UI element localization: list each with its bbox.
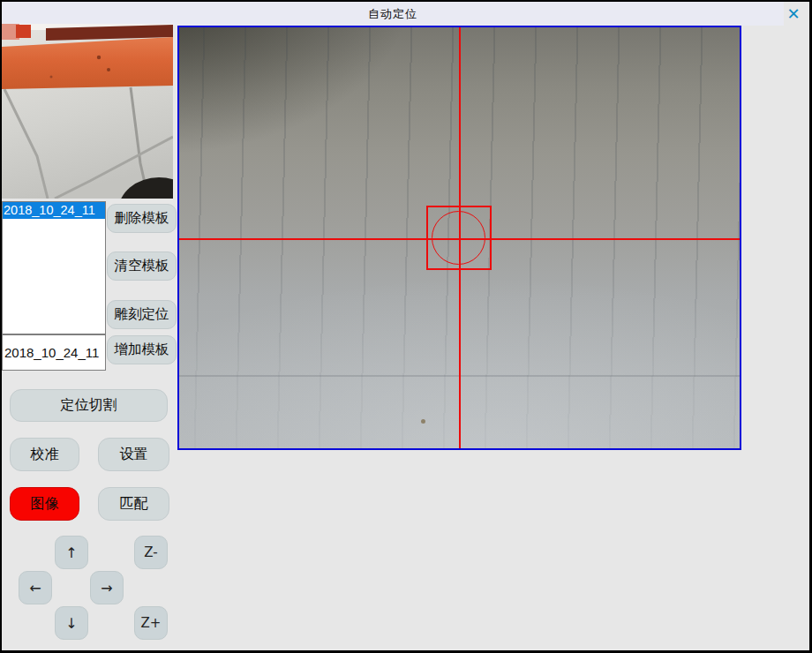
- template-thumbnail-image: [2, 24, 173, 199]
- add-template-button[interactable]: 增加模板: [107, 335, 177, 364]
- jog-down-button[interactable]: ↓: [55, 606, 88, 640]
- engrave-position-button[interactable]: 雕刻定位: [107, 300, 177, 329]
- template-list-item[interactable]: 2018_10_24_11: [3, 202, 105, 219]
- jog-z-plus-button[interactable]: Z+: [134, 606, 168, 640]
- jog-right-button[interactable]: →: [90, 571, 124, 604]
- jog-up-button[interactable]: ↑: [55, 536, 88, 569]
- jog-left-button[interactable]: ←: [19, 571, 52, 604]
- jog-z-minus-button[interactable]: Z-: [134, 536, 168, 569]
- dialog-title: 自动定位: [368, 6, 417, 22]
- auto-position-dialog: 自动定位 ✕ 2018_10_24: [2, 2, 809, 650]
- settings-button[interactable]: 设置: [98, 438, 169, 471]
- calibrate-button[interactable]: 校准: [10, 438, 79, 471]
- close-button[interactable]: ✕: [783, 4, 804, 25]
- template-name-input[interactable]: [2, 334, 106, 371]
- camera-view: [177, 26, 741, 450]
- delete-template-button[interactable]: 删除模板: [107, 204, 177, 233]
- image-button[interactable]: 图像: [10, 487, 79, 521]
- clear-templates-button[interactable]: 清空模板: [107, 251, 177, 281]
- camera-speck: [421, 419, 425, 424]
- match-button[interactable]: 匹配: [98, 487, 169, 521]
- position-cut-button[interactable]: 定位切割: [10, 389, 168, 422]
- template-match-circle: [432, 211, 485, 265]
- titlebar: 自动定位: [2, 2, 784, 26]
- template-list[interactable]: 2018_10_24_11: [2, 201, 106, 334]
